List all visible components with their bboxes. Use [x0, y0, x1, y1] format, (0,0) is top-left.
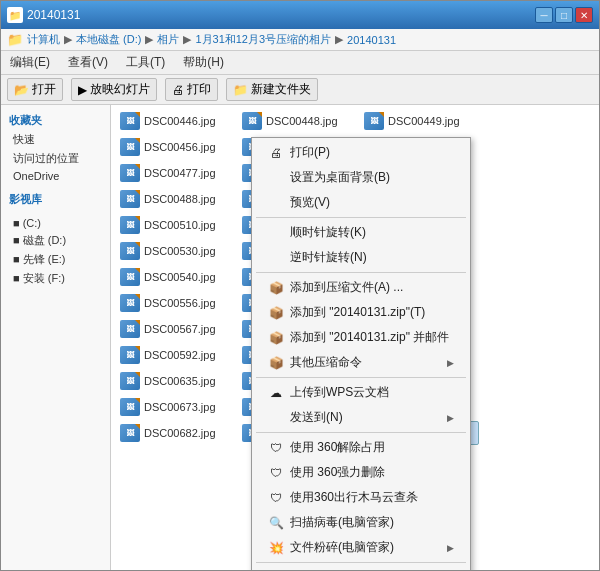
ctx-item-label: 使用 360强力删除 [290, 464, 454, 481]
context-menu-item-0[interactable]: 🖨打印(P) [252, 140, 470, 165]
context-menu-item-8[interactable]: 📦其他压缩命令 [252, 350, 470, 375]
file-type-icon: 🖼 [120, 398, 140, 416]
file-item[interactable]: 🖼DSC00682.jpg [115, 421, 235, 445]
file-type-icon: 🖼 [120, 320, 140, 338]
menu-edit[interactable]: 编辑(E) [7, 53, 53, 72]
ctx-item-icon: ✂ [268, 570, 284, 571]
sidebar-favorites-header[interactable]: 收藏夹 [1, 111, 110, 130]
breadcrumb-photos[interactable]: 相片 [157, 32, 179, 47]
breadcrumb-folder[interactable]: 20140131 [347, 34, 396, 46]
ctx-item-icon: 🖨 [268, 145, 284, 161]
context-menu-item-2[interactable]: 预览(V) [252, 190, 470, 215]
file-item[interactable]: 🖼DSC00449.jpg [359, 109, 479, 133]
ctx-item-icon: ☁ [268, 385, 284, 401]
file-item[interactable]: 🖼DSC00540.jpg [115, 265, 235, 289]
ctx-item-icon [268, 410, 284, 426]
file-item[interactable]: 🖼DSC00635.jpg [115, 369, 235, 393]
context-menu-item-6[interactable]: 📦添加到 "20140131.zip"(T) [252, 300, 470, 325]
file-item[interactable]: 🖼DSC00567.jpg [115, 317, 235, 341]
context-menu-item-12[interactable]: 🛡使用 360强力删除 [252, 460, 470, 485]
ctx-item-label: 顺时针旋转(K) [290, 224, 454, 241]
sidebar: 收藏夹 快速 访问过的位置 OneDrive 影视库 ■ (C:) ■ 磁盘 (… [1, 105, 111, 570]
ctx-item-label: 使用 360解除占用 [290, 439, 454, 456]
menu-help[interactable]: 帮助(H) [180, 53, 227, 72]
ctx-item-label: 上传到WPS云文档 [290, 384, 454, 401]
ctx-item-label: 添加到 "20140131.zip"(T) [290, 304, 454, 321]
context-menu-item-1[interactable]: 设置为桌面背景(B) [252, 165, 470, 190]
file-item[interactable]: 🖼DSC00477.jpg [115, 161, 235, 185]
context-menu-item-4[interactable]: 逆时针旋转(N) [252, 245, 470, 270]
file-grid[interactable]: 🖼DSC00446.jpg🖼DSC00448.jpg🖼DSC00449.jpg🖼… [111, 105, 599, 570]
print-button[interactable]: 🖨 打印 [165, 78, 218, 101]
file-type-icon: 🖼 [364, 112, 384, 130]
titlebar: 📁 20140131 ─ □ ✕ [1, 1, 599, 29]
breadcrumb-computer[interactable]: 计算机 [27, 32, 60, 47]
ctx-item-icon: 🔍 [268, 515, 284, 531]
file-item[interactable]: 🖼DSC00592.jpg [115, 343, 235, 367]
ctx-item-label: 打印(P) [290, 144, 454, 161]
context-menu-separator [256, 562, 466, 563]
ctx-item-icon: 🛡 [268, 465, 284, 481]
sidebar-item-f[interactable]: ■ 安装 (F:) [1, 269, 110, 288]
toolbar: 📂 打开 ▶ 放映幻灯片 🖨 打印 📁 新建文件夹 [1, 75, 599, 105]
context-menu-item-15[interactable]: 💥文件粉碎(电脑管家) [252, 535, 470, 560]
context-menu-item-16[interactable]: ✂剪切(T) [252, 565, 470, 570]
file-item[interactable]: 🖼DSC00446.jpg [115, 109, 235, 133]
file-item[interactable]: 🖼DSC00673.jpg [115, 395, 235, 419]
file-name-label: DSC00556.jpg [144, 297, 230, 309]
sidebar-item-quickaccess[interactable]: 快速 [1, 130, 110, 149]
file-type-icon: 🖼 [120, 138, 140, 156]
sidebar-item-d[interactable]: ■ 磁盘 (D:) [1, 231, 110, 250]
context-menu-item-5[interactable]: 📦添加到压缩文件(A) ... [252, 275, 470, 300]
context-menu-separator [256, 272, 466, 273]
close-button[interactable]: ✕ [575, 7, 593, 23]
open-icon: 📂 [14, 83, 29, 97]
file-item[interactable]: 🖼DSC00510.jpg [115, 213, 235, 237]
ctx-item-label: 发送到(N) [290, 409, 441, 426]
window-title: 20140131 [27, 8, 535, 22]
ctx-item-icon: 🛡 [268, 440, 284, 456]
file-type-icon: 🖼 [120, 294, 140, 312]
menu-tools[interactable]: 工具(T) [123, 53, 168, 72]
context-menu-item-11[interactable]: 🛡使用 360解除占用 [252, 435, 470, 460]
file-item[interactable]: 🖼DSC00488.jpg [115, 187, 235, 211]
sidebar-item-e[interactable]: ■ 先锋 (E:) [1, 250, 110, 269]
menu-view[interactable]: 查看(V) [65, 53, 111, 72]
file-type-icon: 🖼 [120, 190, 140, 208]
sidebar-item-recentplaces[interactable]: 访问过的位置 [1, 149, 110, 168]
context-menu-separator [256, 432, 466, 433]
print-label: 打印 [187, 81, 211, 98]
context-menu-item-7[interactable]: 📦添加到 "20140131.zip" 并邮件 [252, 325, 470, 350]
minimize-button[interactable]: ─ [535, 7, 553, 23]
open-button[interactable]: 📂 打开 [7, 78, 63, 101]
new-folder-button[interactable]: 📁 新建文件夹 [226, 78, 318, 101]
ctx-item-label: 使用360出行木马云查杀 [290, 489, 454, 506]
file-type-icon: 🖼 [120, 424, 140, 442]
context-menu-item-14[interactable]: 🔍扫描病毒(电脑管家) [252, 510, 470, 535]
sidebar-item-c[interactable]: ■ (C:) [1, 215, 110, 231]
context-menu-item-10[interactable]: 发送到(N) [252, 405, 470, 430]
sidebar-item-onedrive[interactable]: OneDrive [1, 168, 110, 184]
breadcrumb-compressed[interactable]: 1月31和12月3号压缩的相片 [195, 32, 331, 47]
file-type-icon: 🖼 [242, 112, 262, 130]
sidebar-library-header[interactable]: 影视库 [1, 190, 110, 209]
content-area: 收藏夹 快速 访问过的位置 OneDrive 影视库 ■ (C:) ■ 磁盘 (… [1, 105, 599, 570]
context-menu-item-3[interactable]: 顺时针旋转(K) [252, 220, 470, 245]
sidebar-drives: ■ (C:) ■ 磁盘 (D:) ■ 先锋 (E:) ■ 安装 (F:) [1, 215, 110, 288]
new-folder-label: 新建文件夹 [251, 81, 311, 98]
maximize-button[interactable]: □ [555, 7, 573, 23]
file-type-icon: 🖼 [120, 216, 140, 234]
context-menu-item-9[interactable]: ☁上传到WPS云文档 [252, 380, 470, 405]
breadcrumb-drive[interactable]: 本地磁盘 (D:) [76, 32, 141, 47]
file-item[interactable]: 🖼DSC00456.jpg [115, 135, 235, 159]
file-item[interactable]: 🖼DSC00530.jpg [115, 239, 235, 263]
slideshow-button[interactable]: ▶ 放映幻灯片 [71, 78, 157, 101]
menubar: 编辑(E) 查看(V) 工具(T) 帮助(H) [1, 51, 599, 75]
file-name-label: DSC00449.jpg [388, 115, 474, 127]
context-menu-item-13[interactable]: 🛡使用360出行木马云查杀 [252, 485, 470, 510]
ctx-item-label: 预览(V) [290, 194, 454, 211]
file-item[interactable]: 🖼DSC00448.jpg [237, 109, 357, 133]
ctx-item-icon [268, 170, 284, 186]
ctx-item-icon [268, 195, 284, 211]
file-item[interactable]: 🖼DSC00556.jpg [115, 291, 235, 315]
